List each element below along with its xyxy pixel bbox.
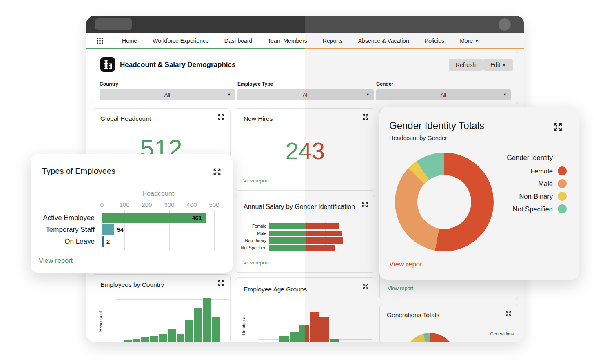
gridline xyxy=(258,304,372,304)
bar xyxy=(102,224,114,235)
nav-item-home[interactable]: Home xyxy=(122,38,137,44)
gender-legend-title: Gender Identity xyxy=(469,154,567,162)
bar xyxy=(177,334,185,342)
bar xyxy=(269,223,339,229)
card-title: Global Headcount xyxy=(100,115,151,122)
view-report-link[interactable]: View report xyxy=(243,178,269,184)
filter-employee-type-label: Employee Type xyxy=(237,81,374,87)
bar-label: On Leave xyxy=(31,236,95,247)
expand-icon[interactable] xyxy=(552,122,563,132)
edit-button[interactable]: Edit▼ xyxy=(483,59,513,71)
filter-gender-value: All xyxy=(441,92,446,98)
card-employees-by-country: Employees by Country Headcount xyxy=(92,274,231,342)
header-buttons: Refresh Edit▼ xyxy=(449,59,513,71)
expand-icon[interactable] xyxy=(362,113,369,120)
card-employee-age-groups: Employee Age Groups Headcount xyxy=(235,277,375,342)
bar xyxy=(319,317,329,342)
bar xyxy=(203,298,211,342)
age-histogram xyxy=(235,278,376,342)
main-nav: Home Workforce Experience Dashboard Team… xyxy=(86,33,524,48)
expand-icon[interactable] xyxy=(217,113,224,120)
filter-country-select[interactable]: All▼ xyxy=(100,89,235,100)
card-generations-totals: Generations Totals Generations xyxy=(379,304,518,342)
filter-gender-select[interactable]: All▼ xyxy=(376,89,511,100)
generations-legend-box xyxy=(444,339,517,342)
buildings-icon xyxy=(100,57,115,72)
nav-item-workforce-experience[interactable]: Workforce Experience xyxy=(153,38,208,44)
filter-country: Country All▼ xyxy=(100,81,235,100)
bar xyxy=(124,340,132,342)
view-report-link[interactable]: View report xyxy=(39,257,73,264)
nav-item-policies[interactable]: Policies xyxy=(425,38,444,44)
legend-item[interactable]: Male xyxy=(469,179,567,188)
view-report-link[interactable]: View report xyxy=(243,260,269,266)
nav-underline xyxy=(86,48,524,49)
bar-label: Non-Binary xyxy=(235,237,266,244)
card-title: Gender Identity Totals xyxy=(389,120,484,131)
filter-row: Country All▼ Employee Type All▼ Gender A… xyxy=(92,78,518,104)
bar xyxy=(133,339,141,342)
browser-tab-placeholder xyxy=(95,18,132,30)
overlay-card-types-of-employees: Types of Employees Headcount 01002003004… xyxy=(31,154,233,273)
nav-item-absence-vacation[interactable]: Absence & Vacation xyxy=(358,38,409,44)
nav-item-reports[interactable]: Reports xyxy=(323,38,343,44)
bar xyxy=(102,236,104,247)
bar xyxy=(339,342,349,342)
x-tick-label: 500 xyxy=(206,201,222,208)
nav-item-team-members[interactable]: Team Members xyxy=(268,38,307,44)
x-tick-label: 400 xyxy=(184,201,200,208)
bar xyxy=(269,237,343,244)
refresh-button[interactable]: Refresh xyxy=(449,59,483,71)
generations-pie-chart xyxy=(403,333,457,342)
edit-label: Edit xyxy=(490,62,500,68)
filter-country-label: Country xyxy=(100,81,235,87)
gridline xyxy=(344,222,344,251)
bar xyxy=(269,231,342,237)
bar-label: Not Specified xyxy=(235,245,266,251)
new-hires-value: 243 xyxy=(235,137,375,164)
card-title: New Hires xyxy=(244,115,273,122)
filter-country-value: All xyxy=(164,92,170,98)
legend-label: Male xyxy=(538,180,553,188)
view-report-link[interactable]: View report xyxy=(389,260,424,269)
expand-icon[interactable] xyxy=(505,310,512,317)
filter-employee-type-select[interactable]: All▼ xyxy=(237,89,374,100)
bar xyxy=(330,339,339,342)
country-histogram xyxy=(92,275,231,342)
card-new-hires: New Hires 243 View report xyxy=(235,108,375,191)
apps-grid-icon[interactable] xyxy=(96,37,104,45)
legend-label: Not Specified xyxy=(513,205,553,213)
nav-item-more[interactable]: More▼ xyxy=(460,38,479,44)
bar xyxy=(185,320,193,342)
dashboard-title-row: Headcount & Salary Demographics Refresh … xyxy=(92,51,518,78)
bar xyxy=(194,308,202,342)
card-subtitle: Headcount by Gender xyxy=(389,135,447,141)
page-title: Headcount & Salary Demographics xyxy=(120,61,235,69)
legend-item[interactable]: Not Specified xyxy=(469,204,567,213)
bar xyxy=(168,329,176,342)
gridline xyxy=(214,210,215,250)
card-annual-salary: Annual Salary by Gender Identification F… xyxy=(235,195,375,273)
expand-icon[interactable] xyxy=(361,201,368,208)
bar-label: Female xyxy=(235,223,266,229)
donut-hole xyxy=(417,175,471,229)
bar xyxy=(299,325,309,342)
x-tick-label: 300 xyxy=(161,201,177,208)
bar-label: Temporary Staff xyxy=(31,224,95,235)
dashboard-header-panel: Headcount & Salary Demographics Refresh … xyxy=(92,51,518,104)
legend-item[interactable]: Non-Binary xyxy=(469,192,567,201)
bar xyxy=(290,332,299,342)
filter-gender-label: Gender xyxy=(376,81,511,87)
filter-employee-type-value: All xyxy=(303,92,308,98)
bar xyxy=(269,245,335,251)
x-tick-label: 0 xyxy=(94,201,110,208)
bar-value-label: 2 xyxy=(106,236,110,247)
legend-item[interactable]: Female xyxy=(469,166,567,175)
bar-label: Active Employee xyxy=(31,213,95,223)
nav-item-dashboard[interactable]: Dashboard xyxy=(224,38,253,44)
view-report-link[interactable]: View report xyxy=(388,286,413,291)
x-tick-label: 100 xyxy=(116,201,133,208)
legend-swatch xyxy=(558,204,567,213)
chevron-down-icon: ▼ xyxy=(227,89,231,100)
generations-legend-title: Generations xyxy=(490,331,514,336)
